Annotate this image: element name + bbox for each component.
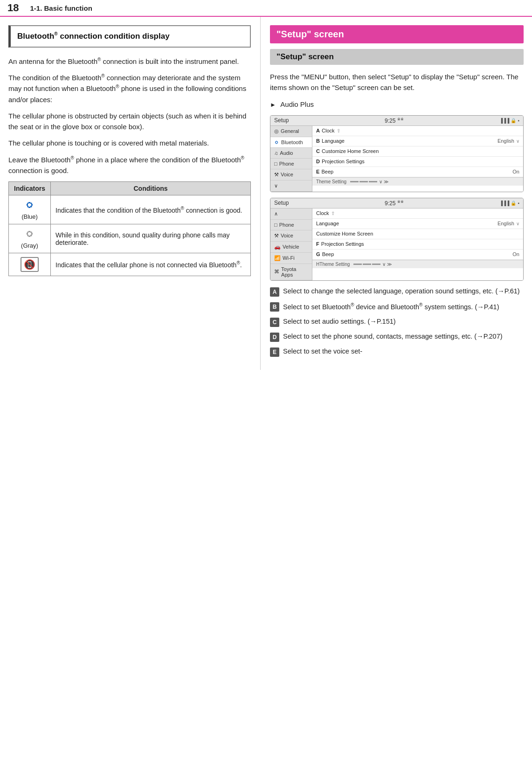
paragraph-2: The condition of the Bluetooth® connecti…: [8, 72, 251, 105]
setup-title-bar: "Setup" screen: [270, 25, 524, 43]
sidebar-voice: ⚒ Voice: [270, 169, 312, 181]
lettered-item-E: E Select to set the voice set-: [270, 347, 524, 357]
section-heading-box: Bluetooth® connection condition display: [8, 25, 251, 48]
screen-mockup-1: Setup 9:25 ※※ ▐▐▐ 🔒 ▪ ◎ General ⭘ Blueto…: [270, 115, 524, 192]
lettered-item-A: A Select to change the selected language…: [270, 286, 524, 297]
screen2-row-clock: Clock ⇧: [312, 208, 523, 219]
sidebar-scroll-down[interactable]: ∨: [270, 181, 312, 192]
screen-main-2: Clock ⇧ Language English ∨ Customize Hom…: [312, 208, 523, 280]
table-row: ⭘︎ (Blue) Indicates that the condition o…: [9, 195, 251, 224]
row2-letter-H: H: [316, 262, 319, 267]
row-letter-C: C: [316, 148, 320, 154]
page-header: 18 1-1. Basic function: [0, 0, 532, 17]
screen-body-2: ∧ □ Phone ⚒ Voice 🚗 Vehicle 📶 Wi-Fi: [270, 208, 523, 280]
row2-label-language: Language: [316, 221, 339, 226]
row2-chevron-lang: ∨: [516, 221, 519, 226]
row2-label-projection: Projection Settings: [321, 241, 364, 247]
row2-value-on: On: [512, 251, 519, 257]
indicator-blue-cell: ⭘︎ (Blue): [9, 195, 51, 224]
sidebar-bluetooth: ⭘ Bluetooth: [270, 137, 312, 148]
right-column: "Setup" screen "Setup" screen Press the …: [261, 17, 532, 370]
chevron-up-icon: ∧: [274, 211, 278, 217]
table-header-indicators: Indicators: [9, 182, 51, 195]
row-label-clock: Clock: [322, 128, 335, 133]
signal-icon: ▐▐▐: [499, 118, 509, 123]
screen-header-1: Setup 9:25 ※※ ▐▐▐ 🔒 ▪: [270, 116, 523, 126]
row2-chevron-clock: ⇧: [331, 211, 335, 216]
lettered-item-C: C Select to set audio settings. (→P.151): [270, 317, 524, 327]
row-label-customize: Customize Home Screen: [322, 148, 379, 154]
indicators-table: Indicators Conditions ⭘︎ (Blue) Indicate…: [8, 181, 251, 276]
screen-header-2: Setup 9:25 ※※ ▐▐▐ 🔒 ▪: [270, 198, 523, 208]
no-phone-icon: 📵: [21, 257, 39, 272]
triangle-icon: ►: [270, 100, 276, 110]
battery-icon: ▪: [518, 118, 519, 123]
condition-nophone: Indicates that the cellular phone is not…: [51, 253, 251, 276]
item-A-text: Select to change the selected language, …: [283, 286, 520, 297]
screen-sidebar-1: ◎ General ⭘ Bluetooth ♫ Audio □ Phone ⚒ …: [270, 126, 312, 192]
badge-B: B: [270, 302, 279, 312]
row2-label-beep: Beep: [322, 251, 334, 257]
setup-subtitle-text: "Setup" screen: [276, 52, 334, 61]
screen-time-1: 9:25 ※※: [385, 117, 404, 124]
row2-letter-F: F: [316, 241, 319, 247]
screen2-row-language: Language English ∨: [312, 219, 523, 229]
theme-lines-1: [350, 181, 377, 182]
chevron-down-icon: ∨: [274, 183, 278, 189]
screen-footer-2: H Theme Setting ∨ ≫: [312, 260, 523, 268]
sidebar2-toyota: ⌘ Toyota Apps: [270, 264, 312, 280]
table-header-conditions: Conditions: [51, 182, 251, 195]
condition-blue: Indicates that the condition of the Blue…: [51, 195, 251, 224]
screen2-row-F: F Projection Settings: [312, 239, 523, 250]
indicator-nophone-cell: 📵: [9, 253, 51, 276]
item-D-text: Select to set the phone sound, contacts,…: [283, 332, 502, 342]
paragraph-5: Leave the Bluetooth® phone in a place wh…: [8, 154, 251, 176]
theme-chevrons-1: ∨ ≫: [379, 179, 388, 184]
bluetooth-gray-icon: ⭘︎: [14, 228, 46, 240]
row-letter-E: E: [316, 169, 319, 174]
indicator-gray-cell: ⭘︎ (Gray): [9, 224, 51, 253]
icon-label-blue: (Blue): [14, 213, 46, 220]
toyota-icon: ⌘: [274, 269, 279, 275]
screen-app-label-2: Setup: [274, 200, 289, 206]
row2-letter-G: G: [316, 251, 320, 257]
left-column: Bluetooth® connection condition display …: [0, 17, 261, 370]
paragraph-3: The cellular phone is obstructed by cert…: [8, 111, 251, 132]
screen-row-A: A Clock ⇧: [312, 126, 523, 136]
bluetooth-sidebar-icon: ⭘: [274, 139, 279, 145]
sidebar2-phone: □ Phone: [270, 220, 312, 230]
row-chevron-B: ∨: [516, 139, 519, 144]
screen-status-icons-1: ▐▐▐ 🔒 ▪: [499, 118, 519, 123]
screen2-row-customize: Customize Home Screen: [312, 229, 523, 239]
sidebar2-scroll-up[interactable]: ∧: [270, 208, 312, 220]
screen-app-label-1: Setup: [274, 117, 289, 124]
theme-line-3: [369, 181, 377, 182]
sidebar2-vehicle: 🚗 Vehicle: [270, 242, 312, 253]
item-C-text: Select to set audio settings. (→P.151): [283, 317, 396, 327]
bluetooth-blue-icon: ⭘︎: [14, 199, 46, 211]
row-label-beep: Beep: [321, 169, 333, 174]
item-B-text: Select to set Bluetooth® device and Blue…: [283, 301, 499, 313]
row-chevron-A: ⇧: [337, 128, 340, 133]
battery-icon-2: ▪: [518, 201, 519, 206]
theme-lines-2: [353, 264, 380, 265]
row-value-on-1: On: [512, 169, 519, 174]
paragraph-1: An antenna for the Bluetooth® connection…: [8, 56, 251, 67]
theme-line-2: [359, 181, 368, 182]
phone-icon-2: □: [274, 222, 277, 228]
wifi-icon: 📶: [274, 255, 281, 261]
table-row: ⭘︎ (Gray) While in this condition, sound…: [9, 224, 251, 253]
setup-subtitle-bar: "Setup" screen: [270, 49, 524, 65]
lock-icon: 🔒: [511, 118, 516, 123]
general-icon: ◎: [274, 128, 279, 134]
sidebar2-wifi: 📶 Wi-Fi: [270, 253, 312, 264]
badge-C: C: [270, 318, 279, 327]
sidebar-phone: □ Phone: [270, 159, 312, 169]
row-letter-A: A: [316, 128, 320, 133]
phone-icon: □: [274, 161, 277, 167]
sidebar2-voice: ⚒ Voice: [270, 230, 312, 242]
lettered-item-B: B Select to set Bluetooth® device and Bl…: [270, 301, 524, 313]
screen-mockup-2: Setup 9:25 ※※ ▐▐▐ 🔒 ▪ ∧ □ Phone: [270, 198, 524, 281]
theme-setting-label-1: Theme Setting: [316, 179, 346, 184]
table-row: 📵 Indicates that the cellular phone is n…: [9, 253, 251, 276]
